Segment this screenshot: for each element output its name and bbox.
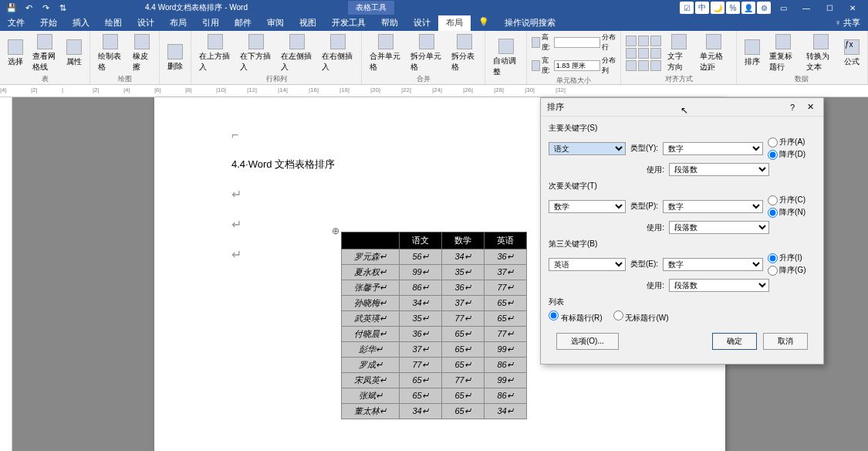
table-row[interactable]: 张馨予↵86↵36↵77↵ [342, 280, 527, 296]
insert-left-button[interactable]: 在左侧插入 [278, 32, 316, 74]
search-icon[interactable]: 💡 [471, 15, 497, 31]
options-button[interactable]: 选项(O)... [556, 333, 619, 350]
width-input[interactable] [554, 60, 600, 71]
table-row[interactable]: 武英瑛↵35↵77↵65↵ [342, 311, 527, 327]
menu-insert[interactable]: 插入 [65, 15, 97, 31]
eraser-button[interactable]: 橡皮擦 [130, 32, 154, 74]
align-grid[interactable] [626, 36, 661, 71]
table-row[interactable]: 罗成↵77↵65↵86↵ [342, 358, 527, 373]
ruler-horizontal: |4||2|||2||4||6||8||10||12||14||16||18||… [0, 85, 868, 97]
undo-icon[interactable]: ↶ [23, 2, 34, 13]
menu-table-design[interactable]: 设计 [406, 15, 438, 31]
tb-percent-icon[interactable]: % [726, 2, 740, 14]
secondary-type-select[interactable]: 数字 [663, 200, 763, 213]
menu-home[interactable]: 开始 [32, 15, 65, 31]
formula-button[interactable]: ƒx公式 [841, 38, 863, 69]
secondary-desc-radio[interactable]: 降序(N) [768, 207, 806, 218]
gridlines-button[interactable]: 查看网格线 [29, 32, 60, 74]
window-ribbon-icon[interactable]: ▭ [772, 1, 794, 15]
sort-button[interactable]: 排序 [741, 38, 763, 69]
split-table-button[interactable]: 拆分表格 [448, 32, 480, 74]
cancel-button[interactable]: 取消 [763, 333, 808, 350]
menu-review[interactable]: 审阅 [259, 15, 292, 31]
dist-rows-button[interactable]: 分布行 [602, 32, 616, 53]
has-header-radio[interactable]: 有标题行(R) [549, 310, 603, 324]
ok-button[interactable]: 确定 [712, 333, 757, 350]
delete-button[interactable]: 删除 [164, 42, 186, 73]
insert-below-button[interactable]: 在下方插入 [237, 32, 275, 74]
menu-table-layout[interactable]: 布局 [438, 15, 471, 31]
tb-moon-icon[interactable]: 🌙 [711, 2, 724, 14]
row-height-icon [532, 37, 539, 48]
repeat-header-button[interactable]: 重复标题行 [766, 32, 801, 74]
draw-table-button[interactable]: 绘制表格 [95, 32, 126, 74]
sort-icon[interactable]: ⇅ [57, 2, 68, 13]
primary-asc-radio[interactable]: 升序(A) [768, 137, 806, 148]
insert-above-button[interactable]: 在上方插入 [196, 32, 234, 74]
dialog-close-icon[interactable]: ✕ [804, 102, 817, 112]
merge-cells-button[interactable]: 合并单元格 [366, 32, 404, 74]
autofit-button[interactable]: 自动调整 [490, 37, 522, 79]
primary-key-label: 主要关键字(S) [549, 123, 816, 134]
contextual-tab-label: 表格工具 [348, 1, 394, 15]
search-help[interactable]: 操作说明搜索 [497, 15, 563, 31]
table-row[interactable]: 彭华↵37↵65↵99↵ [342, 342, 527, 358]
cell-margins-button[interactable]: 单元格边距 [697, 32, 731, 74]
secondary-asc-radio[interactable]: 升序(C) [768, 195, 806, 205]
menu-file[interactable]: 文件 [0, 15, 32, 31]
window-close-icon[interactable]: ✕ [842, 1, 863, 15]
secondary-key-select[interactable]: 数学 [549, 200, 626, 213]
menu-developer[interactable]: 开发工具 [324, 15, 373, 31]
menu-mailings[interactable]: 邮件 [227, 15, 259, 31]
save-icon[interactable]: 💾 [6, 2, 17, 13]
no-header-radio[interactable]: 无标题行(W) [613, 310, 669, 324]
window-minimize-icon[interactable]: — [795, 1, 817, 15]
menu-view[interactable]: 视图 [292, 15, 324, 31]
window-maximize-icon[interactable]: ☐ [819, 1, 840, 15]
table-row[interactable]: 董太林↵34↵65↵34↵ [342, 404, 527, 419]
dialog-help-icon[interactable]: ? [787, 103, 798, 112]
dist-cols-button[interactable]: 分布列 [602, 56, 616, 76]
menu-design[interactable]: 设计 [130, 15, 162, 31]
text-direction-button[interactable]: 文字方向 [664, 32, 694, 74]
menu-references[interactable]: 引用 [194, 15, 227, 31]
share-button[interactable]: ♀ 共享 [827, 15, 868, 31]
tb-user-icon[interactable]: 👤 [741, 2, 755, 14]
table-row[interactable]: 罗元森↵56↵34↵36↵ [342, 249, 527, 265]
primary-key-select[interactable]: 语文 [549, 142, 626, 155]
secondary-use-select[interactable]: 段落数 [669, 221, 769, 234]
primary-use-select[interactable]: 段落数 [669, 163, 769, 176]
redo-icon[interactable]: ↷ [40, 2, 51, 13]
table-row[interactable]: 夏永权↵99↵35↵37↵ [342, 265, 527, 280]
tb-lang-icon[interactable]: 中 [695, 2, 709, 14]
convert-text-button[interactable]: 转换为文本 [803, 32, 838, 74]
table-header[interactable] [342, 232, 400, 249]
primary-type-select[interactable]: 数字 [663, 142, 763, 155]
table-header[interactable]: 数学 [442, 232, 485, 249]
tb-gear-icon[interactable]: ⚙ [757, 2, 771, 14]
height-input[interactable] [554, 37, 600, 48]
data-table[interactable]: 语文数学英语 罗元森↵56↵34↵36↵夏永权↵99↵35↵37↵张馨予↵86↵… [341, 232, 527, 419]
table-anchor-icon[interactable]: ⊕ [332, 226, 339, 236]
third-desc-radio[interactable]: 降序(G) [768, 265, 806, 276]
table-header[interactable]: 语文 [400, 232, 442, 249]
split-cells-button[interactable]: 拆分单元格 [407, 32, 445, 74]
third-type-select[interactable]: 数字 [663, 258, 763, 271]
table-row[interactable]: 张斌↵65↵65↵86↵ [342, 388, 527, 404]
third-asc-radio[interactable]: 升序(I) [768, 253, 806, 263]
tb-check-icon[interactable]: ☑ [680, 2, 694, 14]
table-header[interactable]: 英语 [485, 232, 527, 249]
ribbon: 选择 查看网格线 属性 表 绘制表格 橡皮擦 绘图 删除 在上方插入 在下方插入… [0, 31, 868, 85]
table-row[interactable]: 付晓晨↵36↵65↵77↵ [342, 327, 527, 342]
menu-draw[interactable]: 绘图 [97, 15, 130, 31]
menu-help[interactable]: 帮助 [373, 15, 406, 31]
select-button[interactable]: 选择 [5, 38, 26, 69]
primary-desc-radio[interactable]: 降序(D) [768, 149, 806, 160]
properties-button[interactable]: 属性 [63, 38, 85, 69]
third-key-select[interactable]: 英语 [549, 258, 626, 271]
insert-right-button[interactable]: 在右侧插入 [319, 32, 356, 74]
menu-layout[interactable]: 布局 [162, 15, 194, 31]
third-use-select[interactable]: 段落数 [669, 279, 769, 292]
table-row[interactable]: 宋凤英↵65↵77↵99↵ [342, 373, 527, 388]
table-row[interactable]: 孙晓梅↵34↵37↵65↵ [342, 296, 527, 311]
